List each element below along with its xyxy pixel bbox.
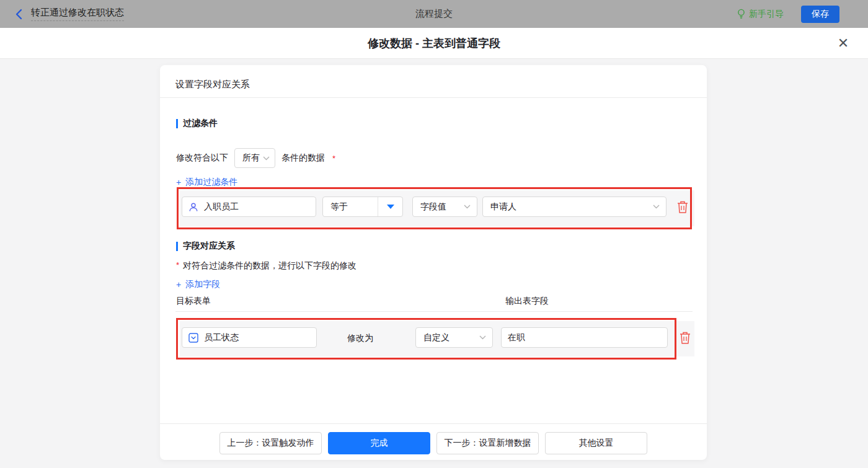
beginner-guide-link[interactable]: 新手引导 [737, 9, 784, 20]
match-mode-select[interactable]: 所有 [234, 148, 275, 168]
match-suffix-label: 条件的数据 [281, 152, 325, 164]
delete-mapping-row-icon[interactable] [679, 331, 691, 345]
filter-section-title: 过滤条件 [176, 118, 218, 129]
caret-down-icon [387, 205, 394, 209]
value-type-select[interactable]: 字段值 [412, 196, 477, 217]
modal-body: 设置字段对应关系 过滤条件 修改符合以下 所有 条件的数据 * + 添加过滤条件 [0, 59, 868, 468]
footer-actions: 上一步：设置触发动作 完成 下一步：设置新增数据 其他设置 [160, 432, 707, 454]
operator-select[interactable]: 等于 [322, 196, 403, 217]
modal-header: 修改数据 - 主表到普通字段 ✕ [0, 28, 868, 59]
plus-icon: + [176, 177, 181, 187]
mapping-description: * 对符合过滤条件的数据，进行以下字段的修改 [176, 260, 356, 272]
output-value-input[interactable]: 在职 [501, 327, 668, 348]
match-condition-row: 修改符合以下 所有 条件的数据 * [176, 148, 335, 168]
required-mark: * [176, 260, 179, 270]
target-field-input[interactable]: 员工状态 [182, 327, 317, 348]
chevron-down-icon [263, 156, 270, 161]
section-bar [176, 242, 178, 251]
required-mark: * [332, 154, 335, 163]
chevron-down-icon [479, 335, 486, 340]
save-button[interactable]: 保存 [801, 6, 839, 23]
done-button[interactable]: 完成 [328, 432, 430, 454]
delete-filter-row-icon[interactable] [676, 200, 689, 214]
column-header-output-field: 输出表字段 [505, 296, 549, 307]
filter-field-input[interactable]: 入职员工 [182, 196, 316, 217]
divider [175, 311, 693, 312]
match-prefix-label: 修改符合以下 [176, 152, 228, 164]
panel-title: 设置字段对应关系 [175, 79, 250, 91]
add-field-link[interactable]: + 添加字段 [176, 279, 220, 290]
operator-caret-button[interactable] [378, 197, 402, 216]
chevron-down-icon [653, 205, 660, 209]
close-icon[interactable]: ✕ [835, 35, 852, 52]
prev-step-button[interactable]: 上一步：设置触发动作 [219, 432, 322, 454]
top-bar: 转正通过修改在职状态 流程提交 新手引导 保存 [0, 0, 868, 28]
mode-select[interactable]: 自定义 [415, 327, 493, 348]
value-select[interactable]: 申请人 [482, 196, 666, 217]
divider [160, 423, 707, 424]
plus-icon: + [176, 280, 181, 289]
other-settings-button[interactable]: 其他设置 [545, 432, 647, 454]
settings-panel: 设置字段对应关系 过滤条件 修改符合以下 所有 条件的数据 * + 添加过滤条件 [160, 65, 707, 460]
section-bar [176, 119, 178, 128]
modal-title: 修改数据 - 主表到普通字段 [0, 28, 868, 59]
person-icon [188, 202, 198, 212]
add-filter-condition-link[interactable]: + 添加过滤条件 [176, 177, 237, 188]
divider [160, 97, 707, 98]
select-field-icon [188, 333, 198, 343]
modify-to-label: 修改为 [347, 333, 373, 344]
beginner-guide-label: 新手引导 [749, 9, 784, 20]
mapping-section-title: 字段对应关系 [176, 241, 235, 252]
chevron-down-icon [464, 205, 471, 209]
next-step-button[interactable]: 下一步：设置新增数据 [436, 432, 539, 454]
lightbulb-icon [737, 9, 746, 19]
column-header-target-form: 目标表单 [176, 296, 211, 307]
